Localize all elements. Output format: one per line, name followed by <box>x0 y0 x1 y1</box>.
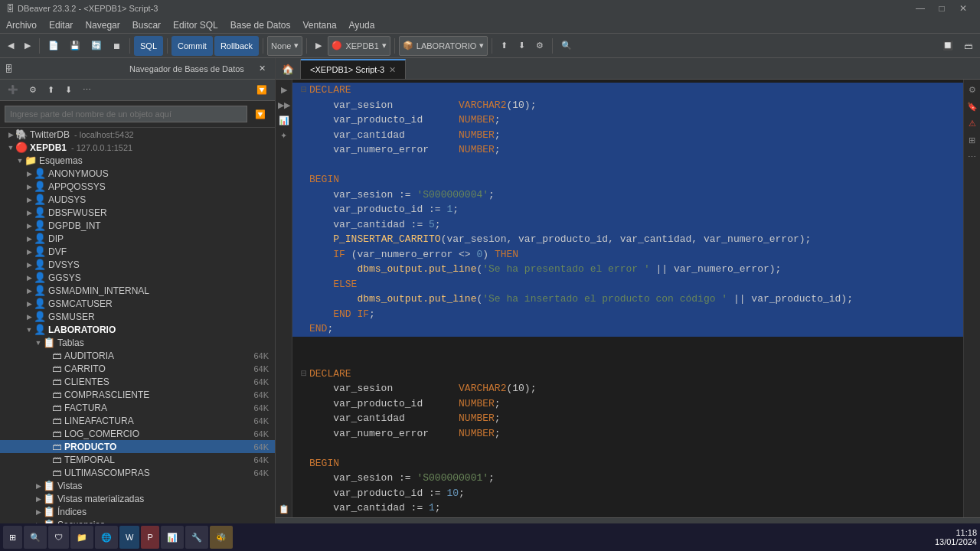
export-button[interactable]: ⬆ <box>496 36 512 56</box>
tree-item-clientes[interactable]: 🗃CLIENTES64K <box>0 375 275 388</box>
code-editor[interactable]: ⊟DECLARE var_sesion VARCHAR2(10); var_pr… <box>292 80 963 517</box>
tree-item-tablas[interactable]: ▼📋Tablas <box>0 336 275 349</box>
tree-item-ultimascompras[interactable]: 🗃ULTIMASCOMPRAS64K <box>0 466 275 479</box>
new-button[interactable]: 📄 <box>44 36 64 56</box>
tree-item-vistas[interactable]: ▶📋Vistas <box>0 479 275 492</box>
import-button[interactable]: ⬇ <box>514 36 530 56</box>
close-button[interactable]: ✕ <box>952 0 974 17</box>
tree-item-gsmcatuser[interactable]: ▶👤GSMCATUSER <box>0 297 275 310</box>
tree-item-auditoria[interactable]: 🗃AUDITORIA64K <box>0 349 275 362</box>
tree-item-anonymous[interactable]: ▶👤ANONYMOUS <box>0 167 275 180</box>
tree-item-temporal[interactable]: 🗃TEMPORAL64K <box>0 453 275 466</box>
menu-navegar[interactable]: Navegar <box>79 17 126 33</box>
sidebar-close-button[interactable]: ✕ <box>254 59 270 79</box>
taskbar-app-excel[interactable]: 📊 <box>161 526 184 549</box>
explain-btn[interactable]: 📊 <box>277 113 291 127</box>
run-all-btn[interactable]: ▶▶ <box>277 98 291 112</box>
start-button[interactable]: ⊞ <box>3 526 22 549</box>
rollback-button[interactable]: Rollback <box>214 36 259 56</box>
tree-item-gsmuser[interactable]: ▶👤GSMUSER <box>0 310 275 323</box>
tree-item-comprascliente[interactable]: 🗃COMPRASCLIENTE64K <box>0 388 275 401</box>
settings-right-btn[interactable]: ⚙ <box>965 83 979 96</box>
tree-item-producto[interactable]: 🗃PRODUCTO64K <box>0 440 275 453</box>
minimize-button[interactable]: — <box>910 0 931 17</box>
tree-item-carrito[interactable]: 🗃CARRITO64K <box>0 362 275 375</box>
tree-container[interactable]: ▶ 🐘 TwitterDB - localhost:5432 ▼ 🔴 XEPDB… <box>0 128 275 534</box>
sql-button[interactable]: SQL <box>134 36 163 56</box>
tree-item-indices[interactable]: ▶📋Índices <box>0 505 275 518</box>
panel-button[interactable]: 🗃 <box>959 36 977 56</box>
connection-dropdown[interactable]: 🔴 XEPDB1 ▾ <box>328 36 390 56</box>
code-line <box>292 351 963 367</box>
taskbar-app-brave[interactable]: 🛡 <box>48 526 69 549</box>
tree-item-factura[interactable]: 🗃FACTURA64K <box>0 401 275 414</box>
tree-item-gsmadmin[interactable]: ▶👤GSMADMIN_INTERNAL <box>0 284 275 297</box>
schema-dropdown[interactable]: 📦 LABORATORIO ▾ <box>399 36 488 56</box>
tab-close-script3[interactable]: ✕ <box>389 65 396 75</box>
auditoria-label: AUDITORIA <box>64 350 114 361</box>
save-button[interactable]: 💾 <box>65 36 85 56</box>
taskbar-app-files[interactable]: 📁 <box>70 526 93 549</box>
tree-item-vistas-mat[interactable]: ▶📋Vistas materializadas <box>0 492 275 505</box>
tree-item-log-comercio[interactable]: 🗃LOG_COMERCIO64K <box>0 427 275 440</box>
ultimascompras-label: ULTIMASCOMPRAS <box>64 468 150 478</box>
taskbar-app-settings[interactable]: 🔧 <box>185 526 208 549</box>
bookmark-btn[interactable]: 🔖 <box>965 99 979 113</box>
tree-item-lineafactura[interactable]: 🗃LINEAFACTURA64K <box>0 414 275 427</box>
sidebar-search-input[interactable] <box>5 106 247 122</box>
grid-btn[interactable]: ⊞ <box>965 133 979 147</box>
sidebar-collapse-btn[interactable]: ⬆ <box>43 80 59 100</box>
menu-editar[interactable]: Editar <box>43 17 79 33</box>
run-btn[interactable]: ▶ <box>277 83 291 96</box>
ultimascompras-icon: 🗃 <box>52 467 62 478</box>
layout-button[interactable]: 🔲 <box>938 36 958 56</box>
sidebar-settings-btn[interactable]: ⚙ <box>24 80 41 100</box>
tree-item-dvsys[interactable]: ▶👤DVSYS <box>0 258 275 271</box>
execute-button[interactable]: ▶ <box>311 36 326 56</box>
tree-item-audsys[interactable]: ▶👤AUDSYS <box>0 193 275 206</box>
code-line: P_INSERTAR_CARRITO(var_sesion, var_produ… <box>292 232 963 247</box>
search-global-button[interactable]: 🔍 <box>557 36 577 56</box>
menu-ayuda[interactable]: Ayuda <box>343 17 381 33</box>
more-right-btn[interactable]: ⋯ <box>965 150 979 164</box>
tree-item-esquemas[interactable]: ▼ 📁 Esquemas <box>0 154 275 167</box>
tree-item-xepdb1[interactable]: ▼ 🔴 XEPDB1 - 127.0.0.1:1521 <box>0 141 275 154</box>
back-button[interactable]: ◀ <box>3 36 18 56</box>
new-connection-button[interactable]: ➕ <box>3 80 23 100</box>
menu-base-datos[interactable]: Base de Datos <box>224 17 297 33</box>
sidebar-search-filter[interactable]: 🔽 <box>250 104 270 124</box>
log-btn[interactable]: 📋 <box>277 502 291 516</box>
tree-item-dgpdb[interactable]: ▶👤DGPDB_INT <box>0 219 275 232</box>
taskbar-app-powerpoint[interactable]: P <box>141 526 158 549</box>
tree-item-appqossys[interactable]: ▶👤APPQOSSYS <box>0 180 275 193</box>
tree-item-ggsys[interactable]: ▶👤GGSYS <box>0 271 275 284</box>
format-btn[interactable]: ✦ <box>277 129 291 142</box>
taskbar-app-edge[interactable]: 🌐 <box>95 526 118 549</box>
tree-item-laboratorio[interactable]: ▼👤LABORATORIO <box>0 323 275 336</box>
taskbar-app-dbeaver[interactable]: 🐝 <box>210 526 233 549</box>
tab-home[interactable]: 🏠 <box>276 59 301 79</box>
arrow-esquemas: ▼ <box>15 157 24 165</box>
stop-button[interactable]: ⏹ <box>108 36 126 56</box>
tree-item-twitterdb[interactable]: ▶ 🐘 TwitterDB - localhost:5432 <box>0 128 275 141</box>
menu-buscar[interactable]: Buscar <box>126 17 167 33</box>
tree-item-dip[interactable]: ▶👤DIP <box>0 232 275 245</box>
tab-script3[interactable]: <XEPDB1> Script-3 ✕ <box>301 59 406 79</box>
commit-button[interactable]: Commit <box>172 36 213 56</box>
auto-commit-dropdown[interactable]: None ▾ <box>267 36 302 56</box>
sidebar-expand-btn[interactable]: ⬇ <box>60 80 77 100</box>
refresh-button[interactable]: 🔄 <box>87 36 106 56</box>
tree-item-dbsfwuser[interactable]: ▶👤DBSFWUSER <box>0 206 275 219</box>
forward-button[interactable]: ▶ <box>20 36 35 56</box>
menu-editor-sql[interactable]: Editor SQL <box>167 17 224 33</box>
maximize-button[interactable]: □ <box>931 0 952 17</box>
error-btn[interactable]: ⚠ <box>965 116 979 130</box>
taskbar-app-word[interactable]: W <box>119 526 139 549</box>
sidebar-filter-btn[interactable]: 🔽 <box>252 80 272 100</box>
search-taskbar-button[interactable]: 🔍 <box>24 526 47 549</box>
menu-archivo[interactable]: Archivo <box>0 17 43 33</box>
settings-button[interactable]: ⚙ <box>531 36 548 56</box>
sidebar-more-btn[interactable]: ⋯ <box>78 80 96 100</box>
tree-item-dvf[interactable]: ▶👤DVF <box>0 245 275 258</box>
menu-ventana[interactable]: Ventana <box>297 17 343 33</box>
